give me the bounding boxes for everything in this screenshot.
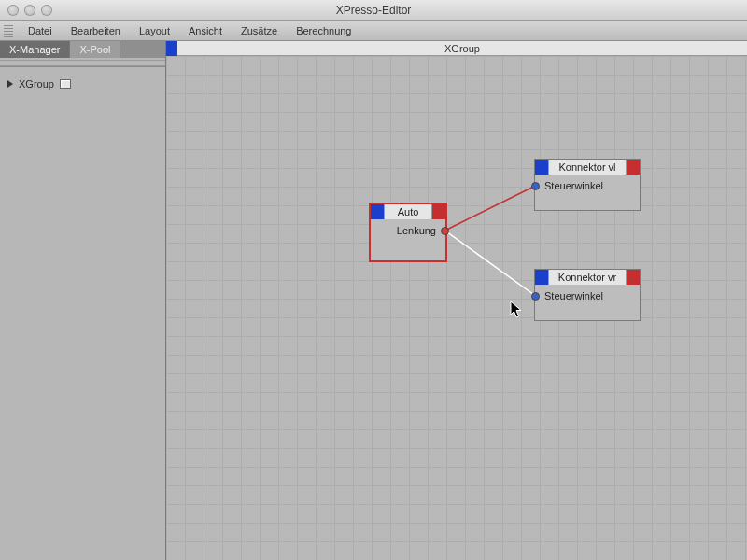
node-input-handle-icon[interactable] [535,160,548,175]
sidebar-grip-icon[interactable] [0,58,165,67]
input-port-icon[interactable] [531,182,540,190]
tab-x-pool[interactable]: X-Pool [70,41,120,58]
input-port-icon[interactable] [531,292,540,301]
close-icon[interactable] [7,5,19,16]
node-title: Konnektor vl [548,160,627,175]
node-body: Lenkung [371,219,445,244]
mouse-cursor-icon [510,301,523,319]
menu-layout[interactable]: Layout [130,21,179,40]
node-body: Steuerwinkel [535,175,640,199]
tab-x-manager[interactable]: X-Manager [0,41,70,58]
node-output-handle-icon[interactable] [432,204,445,219]
canvas-header: XGroup [166,41,747,56]
port-row-out: Lenkung [380,225,436,236]
svg-line-0 [445,186,536,231]
node-input-handle-icon[interactable] [371,204,384,219]
tree-item-label: XGroup [19,78,54,90]
wires-layer [166,56,747,560]
node-title: Auto [384,204,432,219]
tree-item-xgroup[interactable]: XGroup [7,78,158,90]
node-header[interactable]: Konnektor vr [535,270,640,285]
traffic-lights [7,5,52,16]
port-label: Steuerwinkel [544,180,603,191]
minimize-icon[interactable] [24,5,35,16]
node-input-handle-icon[interactable] [535,270,548,285]
window-titlebar: XPresso-Editor [0,0,747,21]
sidebar-tabs: X-Manager X-Pool [0,41,165,58]
xgroup-icon [60,79,71,89]
node-konnektor-vl[interactable]: Konnektor vl Steuerwinkel [534,159,641,211]
node-output-handle-icon[interactable] [627,270,640,285]
node-konnektor-vr[interactable]: Konnektor vr Steuerwinkel [534,269,641,321]
disclosure-triangle-icon[interactable] [7,80,13,88]
node-title: Konnektor vr [548,270,627,285]
menu-zusaetze[interactable]: Zusätze [232,21,287,40]
port-label: Lenkung [397,225,436,236]
menu-berechnung[interactable]: Berechnung [287,21,360,40]
window-title: XPresso-Editor [0,4,747,17]
menubar-grip-icon[interactable] [4,24,13,37]
menubar: Datei Bearbeiten Layout Ansicht Zusätze … [0,21,747,41]
zoom-icon[interactable] [41,5,52,16]
tree: XGroup [0,67,165,101]
canvas-header-swatch-icon [166,41,177,56]
port-label: Steuerwinkel [544,290,603,301]
node-canvas[interactable]: Auto Lenkung Konnektor vl [166,56,747,560]
port-row-in: Steuerwinkel [544,290,630,301]
node-auto[interactable]: Auto Lenkung [370,203,446,261]
node-header[interactable]: Konnektor vl [535,160,640,175]
port-row-in: Steuerwinkel [544,180,630,191]
menu-datei[interactable]: Datei [19,21,62,40]
svg-line-1 [445,231,536,296]
canvas-title[interactable]: XGroup [177,41,747,56]
output-port-icon[interactable] [441,227,449,235]
node-output-handle-icon[interactable] [627,160,640,175]
menu-ansicht[interactable]: Ansicht [179,21,232,40]
menu-bearbeiten[interactable]: Bearbeiten [62,21,130,40]
node-header[interactable]: Auto [371,204,445,219]
node-body: Steuerwinkel [535,285,640,309]
sidebar: X-Manager X-Pool XGroup [0,41,166,560]
canvas-area: XGroup Auto Lenkung [166,41,747,560]
